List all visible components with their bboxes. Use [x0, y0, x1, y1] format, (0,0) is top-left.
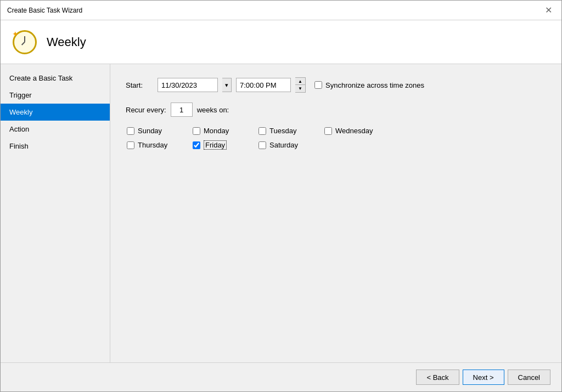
- star-icon: ✦: [12, 30, 19, 38]
- close-button[interactable]: ✕: [542, 4, 555, 17]
- sidebar-item-finish[interactable]: Finish: [1, 138, 110, 155]
- saturday-label: Saturday: [269, 141, 298, 149]
- tuesday-checkbox[interactable]: [258, 127, 266, 135]
- day-wednesday: Wednesday: [324, 127, 379, 135]
- recur-value-input[interactable]: [171, 103, 193, 117]
- day-monday: Monday: [193, 127, 248, 135]
- days-row-1: Sunday Monday Tuesday Wednesday: [127, 127, 546, 135]
- thursday-checkbox[interactable]: [127, 141, 134, 149]
- tuesday-label: Tuesday: [269, 127, 296, 135]
- header-title: Weekly: [47, 35, 86, 49]
- day-tuesday: Tuesday: [258, 127, 313, 135]
- day-thursday: Thursday: [127, 141, 182, 149]
- dialog-title: Create Basic Task Wizard: [7, 7, 82, 14]
- wednesday-label: Wednesday: [335, 127, 373, 135]
- sync-area: Synchronize across time zones: [314, 81, 424, 89]
- days-grid: Sunday Monday Tuesday Wednesday: [127, 127, 546, 150]
- sidebar-item-create-basic-task[interactable]: Create a Basic Task: [1, 70, 110, 87]
- days-row-2: Thursday Friday Saturday: [127, 140, 546, 150]
- weeks-on-label: weeks on:: [197, 106, 229, 114]
- main-content: Start: ▾ ▲ ▼ Synchronize across time zon…: [110, 64, 561, 362]
- header-area: ✦ Weekly: [1, 20, 561, 64]
- sync-checkbox[interactable]: [314, 81, 322, 89]
- monday-label: Monday: [204, 127, 229, 135]
- date-input[interactable]: [158, 78, 218, 92]
- footer: < Back Next > Cancel: [1, 362, 561, 391]
- clock-icon: ✦: [13, 30, 37, 54]
- day-saturday: Saturday: [258, 141, 313, 149]
- day-friday: Friday: [193, 140, 248, 150]
- time-spin-down[interactable]: ▼: [295, 85, 305, 92]
- sunday-checkbox[interactable]: [127, 127, 134, 135]
- task-icon: ✦: [12, 29, 38, 55]
- saturday-checkbox[interactable]: [258, 141, 266, 149]
- sidebar-item-weekly[interactable]: Weekly: [1, 104, 110, 121]
- time-input[interactable]: [236, 78, 291, 92]
- date-picker-button[interactable]: ▾: [222, 78, 232, 92]
- back-button[interactable]: < Back: [416, 370, 459, 385]
- friday-checkbox[interactable]: [193, 141, 200, 149]
- content-area: Create a Basic Task Trigger Weekly Actio…: [1, 64, 561, 362]
- day-sunday: Sunday: [127, 127, 182, 135]
- cancel-button[interactable]: Cancel: [508, 370, 550, 385]
- sunday-label: Sunday: [138, 127, 162, 135]
- start-label: Start:: [126, 81, 153, 89]
- sync-label: Synchronize across time zones: [325, 81, 424, 89]
- monday-checkbox[interactable]: [193, 127, 200, 135]
- time-spin-up[interactable]: ▲: [295, 78, 305, 85]
- title-bar: Create Basic Task Wizard ✕: [1, 1, 561, 20]
- sidebar-item-action[interactable]: Action: [1, 121, 110, 138]
- friday-label: Friday: [204, 140, 227, 150]
- time-spin-group: ▲ ▼: [295, 77, 306, 93]
- start-row: Start: ▾ ▲ ▼ Synchronize across time zon…: [126, 77, 546, 93]
- recur-label: Recur every:: [126, 106, 166, 114]
- next-button[interactable]: Next >: [463, 370, 504, 385]
- sidebar-item-trigger[interactable]: Trigger: [1, 87, 110, 104]
- dialog: Create Basic Task Wizard ✕ ✦ Weekly Crea…: [0, 0, 562, 392]
- sidebar: Create a Basic Task Trigger Weekly Actio…: [1, 64, 110, 362]
- recur-row: Recur every: weeks on:: [126, 103, 546, 117]
- wednesday-checkbox[interactable]: [324, 127, 332, 135]
- thursday-label: Thursday: [138, 141, 167, 149]
